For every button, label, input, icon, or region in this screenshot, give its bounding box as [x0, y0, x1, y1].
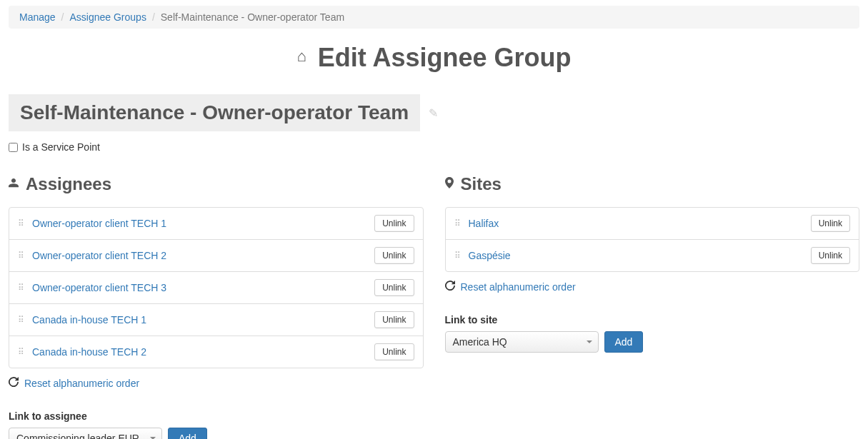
link-to-site-label: Link to site [445, 314, 860, 326]
assignee-link[interactable]: Owner-operator client TECH 2 [32, 250, 374, 261]
unlink-button[interactable]: Unlink [374, 343, 414, 360]
drag-handle-icon[interactable]: ⠿ [18, 351, 25, 353]
refresh-icon [9, 377, 19, 389]
unlink-button[interactable]: Unlink [374, 279, 414, 296]
reset-sites-order-link[interactable]: Reset alphanumeric order [461, 281, 576, 293]
unlink-button[interactable]: Unlink [374, 215, 414, 232]
assignee-link[interactable]: Owner-operator client TECH 3 [32, 282, 374, 293]
list-item: ⠿ Canada in-house TECH 1 Unlink [9, 304, 423, 336]
list-item: ⠿ Owner-operator client TECH 2 Unlink [9, 240, 423, 272]
home-icon: ⌂ [296, 47, 306, 65]
assignees-column: Assignees ⠿ Owner-operator client TECH 1… [9, 174, 424, 439]
breadcrumb-current: Self-Maintenance - Owner-operator Team [146, 11, 344, 23]
drag-handle-icon[interactable]: ⠿ [454, 223, 462, 225]
sites-list: ⠿ Halifax Unlink ⠿ Gaspésie Unlink [445, 207, 860, 272]
drag-handle-icon[interactable]: ⠿ [454, 255, 462, 257]
page-title: ⌂ Edit Assignee Group [9, 43, 859, 73]
edit-group-name-icon[interactable]: ✎ [429, 106, 438, 120]
assignee-link[interactable]: Canada in-house TECH 1 [32, 314, 374, 326]
drag-handle-icon[interactable]: ⠿ [18, 223, 25, 225]
list-item: ⠿ Halifax Unlink [446, 208, 859, 240]
assignees-list: ⠿ Owner-operator client TECH 1 Unlink ⠿ … [9, 207, 424, 368]
unlink-button[interactable]: Unlink [374, 247, 414, 264]
list-item: ⠿ Owner-operator client TECH 1 Unlink [9, 208, 423, 240]
group-name-display: Self-Maintenance - Owner-operator Team [9, 94, 420, 131]
add-site-button[interactable]: Add [604, 331, 644, 353]
add-assignee-button[interactable]: Add [168, 428, 207, 439]
sites-heading-text: Sites [461, 174, 502, 194]
service-point-label: Is a Service Point [22, 141, 100, 153]
breadcrumb: Manage Assignee Groups Self-Maintenance … [9, 6, 859, 29]
link-to-assignee-select-value: Commissioning leader EUR [16, 433, 139, 439]
assignee-link[interactable]: Owner-operator client TECH 1 [32, 218, 374, 229]
link-to-site-select[interactable]: America HQ [445, 331, 599, 353]
refresh-icon [445, 281, 455, 293]
link-to-site-select-value: America HQ [453, 336, 507, 348]
reset-assignees-order-link[interactable]: Reset alphanumeric order [24, 378, 139, 389]
drag-handle-icon[interactable]: ⠿ [18, 255, 25, 257]
drag-handle-icon[interactable]: ⠿ [18, 319, 25, 321]
drag-handle-icon[interactable]: ⠿ [18, 287, 25, 289]
unlink-button[interactable]: Unlink [811, 215, 850, 232]
assignees-heading-text: Assignees [26, 174, 111, 194]
page-title-text: Edit Assignee Group [318, 43, 572, 72]
list-item: ⠿ Owner-operator client TECH 3 Unlink [9, 272, 423, 304]
list-item: ⠿ Gaspésie Unlink [446, 240, 859, 271]
unlink-button[interactable]: Unlink [811, 247, 850, 264]
link-to-assignee-select[interactable]: Commissioning leader EUR [9, 428, 162, 439]
sites-heading: Sites [445, 174, 860, 194]
site-link[interactable]: Halifax [469, 218, 811, 229]
list-item: ⠿ Canada in-house TECH 2 Unlink [9, 336, 423, 368]
sites-column: Sites ⠿ Halifax Unlink ⠿ Gaspésie Unlink [445, 174, 860, 439]
person-icon [9, 178, 19, 191]
assignee-link[interactable]: Canada in-house TECH 2 [32, 346, 374, 358]
assignees-heading: Assignees [9, 174, 424, 194]
breadcrumb-assignee-groups-link[interactable]: Assignee Groups [69, 11, 146, 23]
link-to-assignee-label: Link to assignee [9, 410, 424, 422]
unlink-button[interactable]: Unlink [374, 311, 414, 328]
map-pin-icon [445, 177, 454, 191]
breadcrumb-manage-link[interactable]: Manage [19, 11, 56, 23]
chevron-down-icon [587, 340, 592, 343]
service-point-checkbox[interactable] [9, 143, 18, 152]
site-link[interactable]: Gaspésie [469, 250, 811, 261]
